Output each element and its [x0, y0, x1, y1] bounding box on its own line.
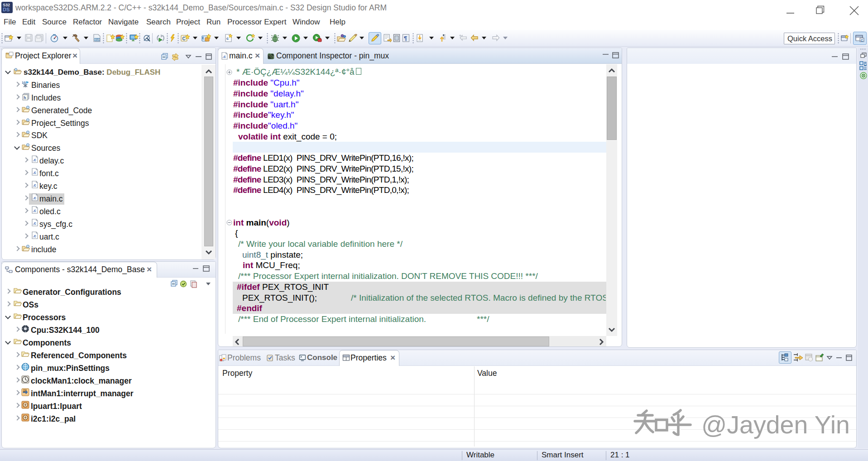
svg-text:.c: .c — [33, 221, 36, 226]
svg-text:010: 010 — [95, 38, 100, 41]
svg-text:C: C — [861, 38, 863, 43]
svg-text:C: C — [182, 36, 186, 41]
svg-text:.c: .c — [222, 54, 226, 59]
svg-text:c: c — [226, 36, 229, 41]
svg-text:.c: .c — [33, 234, 36, 238]
svg-text:h: h — [24, 96, 26, 100]
svg-text:DS: DS — [3, 7, 10, 12]
svg-text:.c: .c — [33, 208, 36, 213]
svg-text:.c: .c — [33, 170, 36, 175]
svg-text:.c: .c — [33, 158, 36, 162]
svg-text:.c: .c — [33, 183, 36, 187]
svg-text:@Jayden Yin: @Jayden Yin — [701, 411, 850, 439]
svg-text:¶: ¶ — [404, 35, 407, 42]
svg-text:.c: .c — [33, 196, 36, 200]
